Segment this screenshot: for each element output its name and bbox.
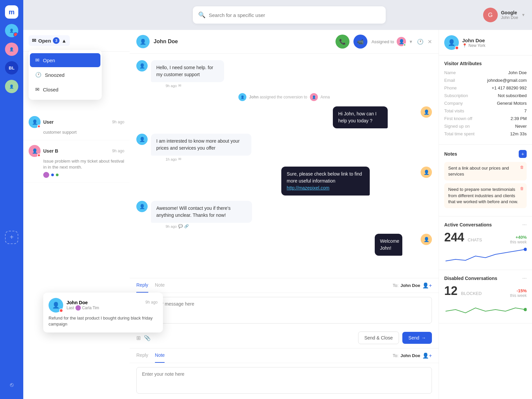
message-bubble-right-3: Welcome John! bbox=[375, 234, 402, 256]
user-profile[interactable]: G Google John Doe ▼ bbox=[483, 8, 525, 22]
search-input[interactable] bbox=[209, 12, 380, 18]
conv-popup-card[interactable]: 👤 John Doe 9h ago Last Carla Tim bbox=[43, 293, 163, 332]
attach-icon[interactable]: 📎 bbox=[144, 335, 151, 341]
svg-point-0 bbox=[524, 248, 527, 251]
note-delete-2[interactable]: 🗑 bbox=[520, 186, 524, 192]
active-conv-more[interactable]: ··· bbox=[522, 222, 527, 228]
assigned-chevron-icon[interactable]: ▼ bbox=[409, 39, 413, 44]
closed-label: Closed bbox=[43, 87, 59, 92]
message-bubble-right: Hi John, how can I help you today ? bbox=[333, 106, 388, 128]
sidebar-avatar-4[interactable]: 👤 bbox=[5, 80, 18, 93]
conv-avatar: 👤 bbox=[29, 116, 41, 128]
popup-preview: Refund for the last product I bought dur… bbox=[49, 315, 158, 327]
conversation-item-2[interactable]: 👤 User B 9h ago Issue problem with my ti… bbox=[23, 140, 130, 183]
active-conv-label: CHATS bbox=[468, 237, 482, 242]
logout-icon[interactable]: ⎋ bbox=[10, 381, 14, 388]
disabled-conv-change-label: this week bbox=[510, 293, 527, 298]
to-label: To: bbox=[393, 283, 398, 288]
search-icon: 🔍 bbox=[198, 11, 205, 19]
search-bar: 🔍 bbox=[193, 6, 386, 24]
call-button[interactable]: 📞 bbox=[335, 35, 349, 49]
status-filter-button[interactable]: ✉ Open 3 ▲ bbox=[29, 35, 70, 46]
popup-last-by-avatar bbox=[75, 305, 81, 311]
popup-last-by-name: Carla Tim bbox=[82, 306, 99, 310]
sidebar-avatar-2[interactable]: 👤 bbox=[5, 43, 18, 56]
tab-reply-2[interactable]: Reply bbox=[136, 348, 148, 363]
to-name: John Doe bbox=[400, 283, 420, 288]
va-time-key: Total time spent bbox=[444, 131, 474, 136]
active-conv-count: 244 bbox=[444, 230, 464, 244]
sys-avatar-anna: 👤 bbox=[310, 93, 318, 101]
sidebar-avatar-1[interactable]: 👤 bbox=[5, 24, 18, 37]
tab-reply[interactable]: Reply bbox=[136, 278, 148, 293]
clock-icon: 🕐 bbox=[35, 72, 42, 78]
va-first-known-val: 2:39 PM bbox=[511, 116, 527, 121]
add-recipient-icon[interactable]: 👤+ bbox=[422, 282, 432, 289]
reply-tabs: Reply Note To: John Doe 👤+ bbox=[130, 278, 439, 293]
reply-to: To: John Doe 👤+ bbox=[393, 278, 432, 293]
conversations-list: 👤 User 9h ago customer support 👤 bbox=[23, 52, 130, 399]
snoozed-label: Snoozed bbox=[45, 72, 65, 78]
message-row-left-3: 👤 Awesome! Will contact you if there's a… bbox=[136, 201, 432, 228]
timer-icon[interactable]: 🕐 bbox=[417, 39, 424, 45]
notes-title: Notes bbox=[444, 151, 457, 157]
note-tabs: Reply Note To: John Doe 👤+ bbox=[130, 348, 439, 363]
va-phone-val: +1 417 88290 992 bbox=[492, 85, 527, 90]
conversations-panel: ✉ Open 3 ▲ ✉ Open 🕐 Snoo bbox=[23, 30, 130, 399]
message-input[interactable] bbox=[136, 297, 432, 324]
reply-area: Reply Note To: John Doe 👤+ bbox=[130, 278, 439, 348]
top-bar: 🔍 G Google John Doe ▼ bbox=[47, 0, 532, 30]
conv-count-badge: 3 bbox=[53, 37, 60, 44]
conv-avatar-2: 👤 bbox=[29, 145, 41, 157]
note-text-2: Need to prepare some testimonials from d… bbox=[448, 187, 518, 204]
conv-time-2: 9h ago bbox=[112, 149, 124, 153]
disabled-conv-more[interactable]: ··· bbox=[522, 275, 527, 281]
note-text-1: Sent a link about our prices and service… bbox=[448, 166, 509, 177]
close-chat-icon[interactable]: ✕ bbox=[428, 39, 432, 45]
visitor-attrs-title: Visitor Attributes bbox=[444, 61, 527, 66]
va-row-visits: Total visits 7 bbox=[444, 108, 527, 113]
note-delete-1[interactable]: 🗑 bbox=[520, 165, 524, 170]
note-input[interactable] bbox=[136, 367, 432, 394]
sidebar-avatar-bl[interactable]: BL bbox=[5, 61, 18, 74]
location-text: New York bbox=[468, 43, 485, 48]
chat-header: 👤 John Doe 📞 📹 Assigned to 👤 ▼ bbox=[130, 30, 439, 54]
tab-note[interactable]: Note bbox=[155, 278, 165, 293]
system-message: 👤 John assigned the conversion to 👤 Anna bbox=[136, 93, 432, 101]
tab-note-2[interactable]: Note bbox=[155, 348, 165, 363]
assigned-to-name: Anna bbox=[321, 95, 330, 99]
va-row-name: Name John Doe bbox=[444, 70, 527, 75]
disabled-conv-count: 12 bbox=[444, 284, 458, 298]
message-link[interactable]: http://mazepixel.com bbox=[287, 185, 329, 191]
va-phone-key: Phone bbox=[444, 85, 457, 90]
disabled-conversations-section: Disabled Conversations ··· 12 BLOCKED -1… bbox=[439, 270, 532, 324]
va-email-key: Email bbox=[444, 78, 455, 83]
add-workspace-button[interactable]: + bbox=[5, 231, 18, 244]
notes-header: Notes + bbox=[444, 150, 527, 158]
va-visits-key: Total visits bbox=[444, 108, 464, 113]
note-add-recipient-icon[interactable]: 👤+ bbox=[422, 352, 432, 359]
chat-area: 👤 John Doe 📞 📹 Assigned to 👤 ▼ bbox=[130, 30, 532, 399]
conversation-item[interactable]: 👤 User 9h ago customer support bbox=[23, 111, 130, 140]
dropdown-closed[interactable]: ✉ Closed bbox=[30, 82, 100, 96]
send-close-button[interactable]: Send & Close bbox=[358, 332, 399, 344]
contact-location: 📍 New York bbox=[462, 43, 485, 48]
note-area: Reply Note To: John Doe 👤+ bbox=[130, 348, 439, 399]
chevron-down-icon: ▼ bbox=[521, 13, 525, 17]
va-row-email: Email johndoe@gmail.com bbox=[444, 78, 527, 83]
popup-avatar: 👤 bbox=[49, 298, 63, 313]
msg-avatar-agent: 👤 bbox=[421, 106, 432, 118]
va-row-phone: Phone +1 417 88290 992 bbox=[444, 85, 527, 90]
send-button[interactable]: Send → bbox=[402, 332, 432, 344]
reply-actions: ⊞ 📎 Send & Close Send → bbox=[130, 329, 439, 348]
add-note-button[interactable]: + bbox=[519, 150, 527, 158]
video-button[interactable]: 📹 bbox=[353, 35, 367, 49]
sidebar: m 👤 👤 BL 👤 + ⎋ bbox=[0, 0, 23, 399]
disabled-conv-title: Disabled Conversations bbox=[444, 276, 497, 281]
va-signed-val: Never bbox=[515, 124, 527, 129]
dropdown-snoozed[interactable]: 🕐 Snoozed bbox=[30, 68, 100, 82]
notes-section: Notes + Sent a link about our prices and… bbox=[439, 145, 532, 216]
dropdown-open[interactable]: ✉ Open bbox=[30, 53, 100, 67]
grid-icon[interactable]: ⊞ bbox=[136, 335, 141, 341]
assigned-avatar: 👤 bbox=[397, 37, 406, 46]
